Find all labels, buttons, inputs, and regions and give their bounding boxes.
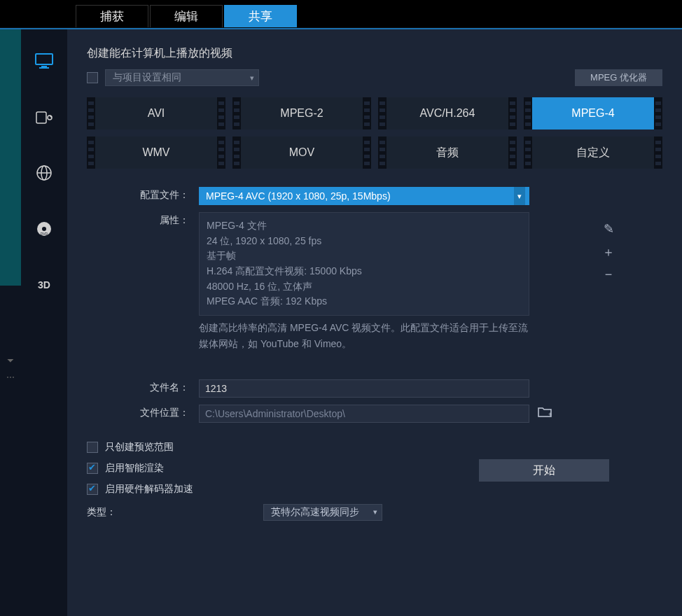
attr-line: 基于帧 <box>207 248 522 264</box>
3d-icon[interactable]: 3D <box>34 274 55 295</box>
format-audio[interactable]: 音频 <box>378 136 517 169</box>
tab-edit[interactable]: 编辑 <box>150 5 223 27</box>
collapse-icon[interactable]: ⏷ <box>6 356 15 365</box>
svg-rect-1 <box>41 66 47 67</box>
computer-icon[interactable] <box>34 50 55 71</box>
filepath-label: 文件位置： <box>87 405 199 419</box>
attr-line: MPEG-4 文件 <box>207 218 522 234</box>
profile-dropdown[interactable]: MPEG-4 AVC (1920 x 1080, 25p, 15Mbps) <box>199 187 529 205</box>
attributes-label: 属性： <box>87 212 199 227</box>
add-profile-icon[interactable]: ＋ <box>602 244 615 260</box>
format-avi[interactable]: AVI <box>87 97 225 130</box>
top-tab-bar: 捕获 编辑 共享 <box>0 0 682 28</box>
page-title: 创建能在计算机上播放的视频 <box>87 46 662 61</box>
attr-line: MPEG AAC 音频: 192 Kbps <box>207 294 522 309</box>
format-mpeg4[interactable]: MPEG-4 <box>524 97 662 130</box>
format-avc[interactable]: AVC/H.264 <box>378 97 517 130</box>
main-area: ⏷ ⋯ DVD 3D 创建能在计算机上播放的视频 与项目设置相同 MPEG 优化… <box>0 28 682 616</box>
filename-input[interactable] <box>199 379 529 398</box>
web-icon[interactable] <box>34 162 55 183</box>
left-strip: ⏷ ⋯ <box>0 29 21 616</box>
profile-description: 创建高比特率的高清 MPEG-4 AVC 视频文件。此配置文件适合用于上传至流媒… <box>199 320 529 351</box>
svg-rect-0 <box>36 54 53 64</box>
profile-label: 配置文件： <box>87 187 199 202</box>
remove-profile-icon[interactable]: − <box>602 267 615 282</box>
attr-line: 24 位, 1920 x 1080, 25 fps <box>207 234 522 249</box>
start-button[interactable]: 开始 <box>479 459 609 482</box>
disc-icon[interactable]: DVD <box>34 218 55 239</box>
filepath-input[interactable] <box>199 405 529 423</box>
attributes-box: MPEG-4 文件 24 位, 1920 x 1080, 25 fps 基于帧 … <box>199 212 529 316</box>
hw-decode-checkbox[interactable] <box>87 484 98 495</box>
type-dropdown[interactable]: 英特尔高速视频同步 <box>263 504 382 521</box>
format-mov[interactable]: MOV <box>232 136 371 169</box>
same-as-project-checkbox[interactable] <box>87 72 98 83</box>
preview-only-checkbox[interactable] <box>87 442 98 453</box>
format-custom[interactable]: 自定义 <box>524 136 662 169</box>
edit-profile-icon[interactable]: ✎ <box>602 221 615 237</box>
attr-line: H.264 高配置文件视频: 15000 Kbps <box>207 264 522 279</box>
smart-render-checkbox[interactable] <box>87 463 98 474</box>
format-mpeg2[interactable]: MPEG-2 <box>232 97 371 130</box>
tab-share[interactable]: 共享 <box>224 5 297 27</box>
type-label: 类型： <box>87 506 116 519</box>
svg-point-9 <box>42 227 46 231</box>
content-panel: 创建能在计算机上播放的视频 与项目设置相同 MPEG 优化器 AVI MPEG-… <box>67 29 682 616</box>
svg-rect-2 <box>39 67 49 69</box>
settings-dots-icon[interactable]: ⋯ <box>6 372 15 382</box>
project-settings-dropdown[interactable]: 与项目设置相同 <box>105 69 259 86</box>
tab-capture[interactable]: 捕获 <box>76 5 148 27</box>
preview-strip <box>0 29 21 286</box>
smart-render-label: 启用智能渲染 <box>105 462 164 475</box>
sidebar: DVD 3D <box>21 29 67 616</box>
mpeg-optimizer-button[interactable]: MPEG 优化器 <box>575 69 662 86</box>
format-grid: AVI MPEG-2 AVC/H.264 MPEG-4 WMV MOV 音频 自… <box>87 97 662 169</box>
hw-decode-label: 启用硬件解码器加速 <box>105 483 193 496</box>
attr-line: 48000 Hz, 16 位, 立体声 <box>207 279 522 295</box>
filename-label: 文件名： <box>87 379 199 394</box>
preview-only-label: 只创建预览范围 <box>105 441 174 454</box>
svg-text:DVD: DVD <box>41 232 48 236</box>
browse-folder-icon[interactable]: + <box>538 406 552 421</box>
svg-text:+: + <box>548 411 552 417</box>
svg-rect-3 <box>36 112 46 123</box>
device-icon[interactable] <box>34 106 55 127</box>
format-wmv[interactable]: WMV <box>87 136 225 169</box>
